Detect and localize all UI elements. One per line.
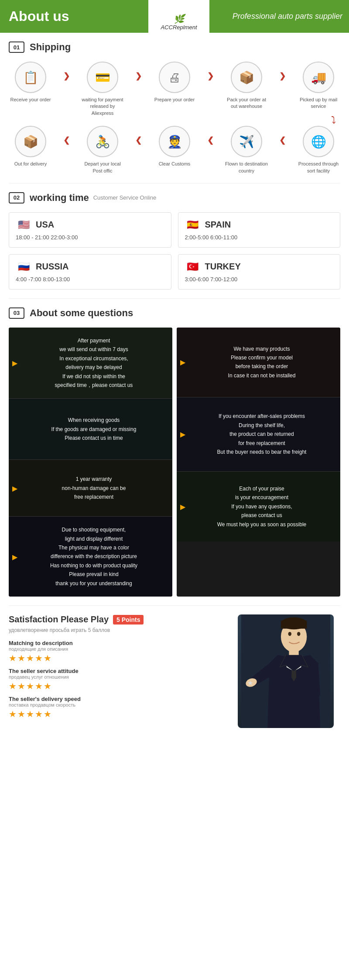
step-icon-depart: 🚴 xyxy=(95,135,110,149)
country-russia-time: 4:00 -7:00 8:00-13:00 xyxy=(16,276,164,283)
q-arrow-r2: ▶ xyxy=(180,430,185,438)
country-usa-name: USA xyxy=(36,220,54,230)
step-pack: 📦 Pack your order at out warehouse xyxy=(225,62,268,110)
svg-text:★: ★ xyxy=(247,680,253,687)
step-icon-outdelivery: 📦 xyxy=(23,135,38,149)
questions-num: 03 xyxy=(9,307,24,319)
satisfaction-section: Satisfaction Please Play 5 Points удовле… xyxy=(0,606,349,737)
country-turkey-time: 3:00-6:00 7:00-12:00 xyxy=(185,276,334,283)
svg-point-5 xyxy=(288,632,291,636)
step-circle-waiting: 💳 xyxy=(87,62,118,93)
about-title: About us xyxy=(9,8,69,24)
rating-delivery-stars: ★★★★★ xyxy=(9,709,227,719)
step-prepare: 🖨 Prepare your order xyxy=(153,62,196,103)
rating-desc-stars: ★★★★★ xyxy=(9,653,227,663)
step-label-customs: Clear Customs xyxy=(159,161,191,167)
rating-description: Matching to description подходящие для о… xyxy=(9,640,227,663)
step-label-pickup: Picked up by mail service xyxy=(297,97,340,110)
q-left-block-3: ▶ 1 year warrantynon-human damage can be… xyxy=(9,460,172,517)
header: About us 🌿 ACCReplment Professional auto… xyxy=(0,0,349,33)
q-text-4: Due to shooting equipment,light and disp… xyxy=(22,525,166,588)
svg-point-6 xyxy=(297,632,300,636)
step-icon-pickup: 🚚 xyxy=(311,70,326,85)
rating-service-label: The seller service attitude xyxy=(9,668,227,674)
arrow3: ❯ xyxy=(207,62,214,81)
working-time-num: 02 xyxy=(9,192,24,204)
header-tagline: Professional auto parts supplier xyxy=(209,0,349,33)
satisfaction-main-title: Satisfaction Please Play xyxy=(9,614,109,625)
satisfaction-left: Satisfaction Please Play 5 Points удовле… xyxy=(9,614,227,728)
step-outdelivery: 📦 Out for delivery xyxy=(9,126,52,167)
q-right-block-2: ▶ If you encounter after-sales problemsD… xyxy=(177,397,340,472)
rating-service-stars: ★★★★★ xyxy=(9,681,227,691)
person-figure: ★ xyxy=(238,614,334,728)
tagline-text: Professional auto parts supplier xyxy=(233,12,342,21)
brand-name: ACCReplment xyxy=(161,24,197,31)
rating-delivery-label: The seller's delivery speed xyxy=(9,696,227,702)
step-label-prepare: Prepare your order xyxy=(154,97,195,103)
q-right-block-1: ▶ We have many productsPlease confirm yo… xyxy=(177,328,340,397)
step-label-waiting: waiting for payment released by Aliexpre… xyxy=(81,97,124,117)
rating-desc-label: Matching to description xyxy=(9,640,227,646)
step-label-processed: Processed through sort facility xyxy=(297,161,340,174)
header-brand: 🌿 ACCReplment xyxy=(148,0,209,33)
flag-turkey: 🇹🇷 xyxy=(185,261,201,273)
q-arrow-r1: ▶ xyxy=(180,358,185,366)
rating-service: The seller service attitude продавец усл… xyxy=(9,668,227,691)
step-waiting: 💳 waiting for payment released by Aliexp… xyxy=(81,62,124,117)
q-right-block-3: ▶ Each of your praiseis your encourageme… xyxy=(177,472,340,542)
country-russia-header: 🇷🇺 RUSSIA xyxy=(16,261,164,273)
step-receive: 📋 Receive your order xyxy=(9,62,52,103)
step-circle-prepare: 🖨 xyxy=(159,62,190,93)
q-left-block-4: ▶ Due to shooting equipment,light and di… xyxy=(9,517,172,597)
questions-grid: ▶ After paymentwe will send out within 7… xyxy=(9,328,340,597)
country-turkey-header: 🇹🇷 TURKEY xyxy=(185,261,334,273)
rating-delivery: The seller's delivery speed поставка про… xyxy=(9,696,227,719)
q-arrow-3: ▶ xyxy=(12,484,17,492)
country-spain: 🇪🇸 SPAIN 2:00-5:00 6:00-11:00 xyxy=(178,212,341,248)
q-arrow-4: ▶ xyxy=(12,552,17,561)
q-text-r2: If you encounter after-sales problemsDur… xyxy=(190,412,334,456)
step-label-pack: Pack your order at out warehouse xyxy=(225,97,268,110)
shipping-label: Shipping xyxy=(30,41,71,53)
step-icon-pack: 📦 xyxy=(239,70,254,85)
country-spain-header: 🇪🇸 SPAIN xyxy=(185,219,334,231)
q-left-block-1: ▶ After paymentwe will send out within 7… xyxy=(9,328,172,399)
arrow4: ❯ xyxy=(279,62,286,81)
step-label-outdelivery: Out for delivery xyxy=(14,161,47,167)
rarrow2: ❮ xyxy=(135,126,142,145)
shipping-row2: 📦 Out for delivery ❮ 🚴 Depart your local… xyxy=(9,126,340,174)
country-spain-time: 2:00-5:00 6:00-11:00 xyxy=(185,234,334,241)
leaf-icon: 🌿 xyxy=(174,14,185,24)
step-processed: 🌐 Processed through sort facility xyxy=(297,126,340,174)
flag-russia: 🇷🇺 xyxy=(16,261,31,273)
working-time-sub: Customer Service Online xyxy=(93,194,157,201)
row-turn-arrow: ⤵ xyxy=(9,114,340,126)
q-text-2: When receiving goodsIf the goods are dam… xyxy=(22,416,166,442)
country-usa-header: 🇺🇸 USA xyxy=(16,219,164,231)
rating-delivery-sub: поставка продавцом скорость xyxy=(9,702,227,707)
flag-spain: 🇪🇸 xyxy=(185,219,201,231)
satisfaction-right: ★ xyxy=(231,614,340,728)
questions-label: About some questions xyxy=(30,307,133,319)
step-circle-flown: ✈️ xyxy=(231,126,262,157)
arrow1: ❯ xyxy=(63,62,70,81)
q-arrow-1: ▶ xyxy=(12,359,17,367)
rarrow1: ❮ xyxy=(63,126,70,145)
q-text-3: 1 year warrantynon-human damage can befr… xyxy=(22,475,166,501)
step-circle-processed: 🌐 xyxy=(303,126,334,157)
q-arrow-r3: ▶ xyxy=(180,502,185,511)
step-circle-outdelivery: 📦 xyxy=(15,126,46,157)
rating-service-sub: продавец услуг отношения xyxy=(9,674,227,680)
step-customs: 👮 Clear Customs xyxy=(153,126,196,167)
step-icon-waiting: 💳 xyxy=(95,70,110,85)
points-badge: 5 Points xyxy=(113,615,144,625)
step-icon-processed: 🌐 xyxy=(311,135,326,149)
flag-usa: 🇺🇸 xyxy=(16,219,31,231)
step-depart: 🚴 Depart your local Post offic xyxy=(81,126,124,174)
svg-rect-8 xyxy=(281,621,307,629)
rating-desc-sub: подходящие для описания xyxy=(9,646,227,652)
country-turkey: 🇹🇷 TURKEY 3:00-6:00 7:00-12:00 xyxy=(178,254,341,290)
country-usa: 🇺🇸 USA 18:00 - 21:00 22:00-3:00 xyxy=(9,212,171,248)
shipping-title: 01 Shipping xyxy=(9,41,340,53)
